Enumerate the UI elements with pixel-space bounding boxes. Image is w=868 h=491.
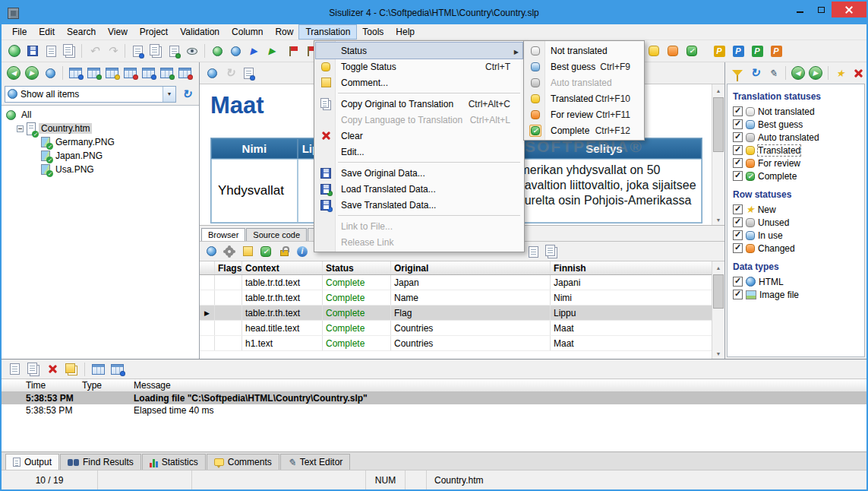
filter-complete[interactable]: Complete — [733, 169, 859, 182]
undo-icon[interactable] — [86, 43, 103, 59]
grid-row[interactable]: table.tr.td.text Complete Japan Japani — [200, 275, 712, 290]
tree-item-usa-png[interactable]: Usa.PNG — [2, 163, 199, 176]
menu-item-status[interactable]: Status — [316, 43, 522, 59]
col-time[interactable]: Time — [23, 379, 79, 391]
menu-item-link-to-file[interactable]: Link to File... — [316, 218, 522, 234]
checkbox[interactable] — [733, 106, 743, 116]
col-status[interactable]: Status — [323, 261, 391, 274]
link-globes-icon[interactable] — [203, 243, 219, 260]
col-context[interactable]: Context — [242, 261, 323, 274]
back-icon[interactable] — [790, 65, 806, 81]
menu-edit[interactable]: Edit — [33, 25, 61, 39]
minimize-button[interactable] — [789, 2, 810, 17]
import-page-icon[interactable] — [129, 43, 146, 59]
filter-translated[interactable]: Translated — [733, 144, 859, 157]
forward-icon[interactable] — [807, 65, 824, 81]
flag-icon[interactable] — [282, 43, 298, 59]
filter-in-use[interactable]: In use — [733, 229, 859, 242]
open-project-icon[interactable] — [6, 43, 23, 59]
filter-not-translated[interactable]: Not translated — [733, 105, 859, 118]
menu-file[interactable]: File — [6, 25, 33, 39]
filter-auto-translated[interactable]: Auto translated — [733, 131, 859, 144]
menu-row[interactable]: Row — [269, 25, 299, 39]
filter-new[interactable]: New — [733, 203, 859, 216]
menu-item-copy-language[interactable]: Copy Language to Translation Ctrl+Alt+L — [316, 112, 522, 128]
table-view-icon-7[interactable] — [176, 65, 193, 81]
table-view-icon-6[interactable] — [158, 65, 175, 81]
duplicate-page-icon[interactable] — [147, 43, 164, 59]
tree-item-japan-png[interactable]: Japan.PNG — [2, 149, 199, 163]
copy-page-icon[interactable] — [61, 43, 77, 59]
checkbox[interactable] — [733, 243, 743, 253]
preview-page-icon[interactable] — [43, 43, 59, 59]
submenu-item-not-translated[interactable]: Not translated — [526, 43, 642, 59]
pseudo-flag-blue-icon[interactable] — [730, 43, 746, 59]
refresh-preview-icon[interactable] — [222, 65, 238, 81]
checkbox[interactable] — [733, 277, 743, 287]
col-flags[interactable]: Flags — [215, 261, 242, 274]
menu-project[interactable]: Project — [134, 25, 174, 39]
filter-html[interactable]: HTML — [733, 275, 859, 288]
back-icon[interactable] — [5, 65, 22, 81]
preview-scrollbar[interactable] — [712, 84, 724, 225]
visibility-icon[interactable] — [184, 43, 200, 59]
menu-search[interactable]: Search — [61, 25, 102, 39]
close-button[interactable] — [832, 2, 866, 17]
run-translation-icon[interactable] — [264, 43, 280, 59]
scroll-thumb[interactable] — [713, 274, 724, 309]
grid-row[interactable]: head.title.text Complete Countries Maat — [200, 321, 712, 336]
forward-icon[interactable] — [24, 65, 40, 81]
clear-filter-icon[interactable] — [850, 65, 866, 81]
refresh-filter-icon[interactable] — [747, 65, 764, 81]
lock-icon[interactable] — [276, 243, 292, 260]
menu-tools[interactable]: Tools — [356, 25, 390, 39]
checkbox[interactable] — [733, 132, 743, 142]
output-row-selected[interactable]: 5:38:53 PM Loading file "C:\Softpedia\HT… — [2, 392, 866, 404]
info-icon[interactable] — [294, 243, 311, 260]
checkbox[interactable] — [733, 290, 743, 299]
scroll-down-icon[interactable] — [712, 214, 724, 225]
tab-find-results[interactable]: Find Results — [60, 454, 141, 470]
collapse-toggle-icon[interactable] — [17, 125, 24, 132]
menu-item-copy-original[interactable]: Copy Original to Translation Ctrl+Alt+C — [316, 96, 522, 112]
menu-item-edit[interactable]: Edit... — [316, 144, 522, 160]
filter-unused[interactable]: Unused — [733, 216, 859, 229]
status-translated-icon[interactable] — [645, 43, 662, 59]
translation-cell[interactable]: Lippu — [551, 306, 712, 320]
col-original[interactable]: Original — [391, 261, 551, 274]
scroll-up-icon[interactable] — [712, 84, 724, 96]
menu-view[interactable]: View — [102, 25, 134, 39]
table-export-icon[interactable] — [109, 361, 125, 378]
globe-save-icon[interactable] — [42, 65, 58, 81]
log-page-icon[interactable] — [6, 361, 23, 378]
checkbox[interactable] — [733, 230, 743, 240]
tab-source-code[interactable]: Source code — [246, 228, 307, 241]
redo-icon[interactable] — [104, 43, 121, 59]
page-copy-icon[interactable] — [543, 243, 560, 260]
checkbox[interactable] — [733, 158, 743, 168]
col-message[interactable]: Message — [131, 379, 866, 391]
gear-icon[interactable] — [221, 243, 238, 260]
grid-row-selected[interactable]: table.tr.th.text Complete Flag Lippu — [200, 306, 712, 321]
scroll-up-icon[interactable] — [712, 261, 724, 273]
run-validation-icon[interactable] — [245, 43, 262, 59]
tab-statistics[interactable]: Statistics — [142, 454, 206, 470]
select-page-icon[interactable] — [240, 65, 257, 81]
page-icon[interactable] — [525, 243, 541, 260]
scroll-down-icon[interactable] — [712, 347, 724, 359]
filter-image-file[interactable]: Image file — [733, 288, 859, 301]
menu-item-comment[interactable]: Comment... — [316, 74, 522, 90]
status-for-review-icon[interactable] — [664, 43, 681, 59]
checkbox[interactable] — [733, 119, 743, 129]
output-row[interactable]: 5:38:53 PM Elapsed time 40 ms — [2, 404, 866, 417]
col-finnish[interactable]: Finnish — [551, 261, 712, 274]
grid-row[interactable]: h1.text Complete Countries Maat — [200, 336, 712, 351]
export-page-icon[interactable] — [166, 43, 182, 59]
menu-validation[interactable]: Validation — [174, 25, 226, 39]
tree-item-germany-png[interactable]: Germany.PNG — [2, 135, 199, 149]
menu-help[interactable]: Help — [390, 25, 421, 39]
pseudo-flag-yellow-icon[interactable] — [711, 43, 728, 59]
table-view-icon-1[interactable] — [67, 65, 84, 81]
browser-globe-icon[interactable] — [204, 65, 220, 81]
menu-item-release-link[interactable]: Release Link — [316, 234, 522, 250]
